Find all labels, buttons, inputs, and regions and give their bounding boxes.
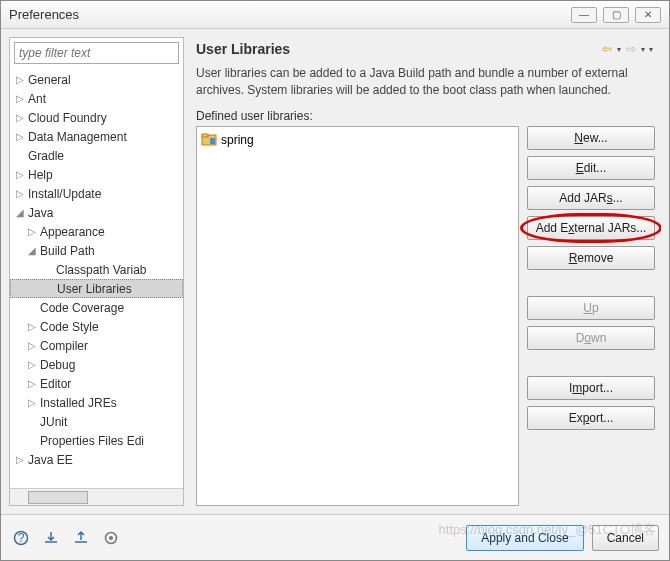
tree-item[interactable]: ▷Editor — [10, 374, 183, 393]
tree-item-label: Data Management — [28, 130, 127, 144]
back-menu-icon[interactable]: ▾ — [617, 45, 621, 54]
remove-button[interactable]: RemoveRemove — [527, 246, 655, 270]
tree-arrow-icon: ◢ — [16, 207, 28, 218]
tree-arrow-icon: ▷ — [16, 74, 28, 85]
down-button: DownDown — [527, 326, 655, 350]
library-item[interactable]: spring — [201, 131, 514, 149]
tree-arrow-icon: ▷ — [16, 188, 28, 199]
tree-item-label: Debug — [40, 358, 75, 372]
filter-container — [14, 42, 179, 64]
svg-point-6 — [109, 536, 113, 540]
page-header: User Libraries ⇦ ▾ ⇨ ▾ ▾ — [190, 37, 661, 65]
tree-item-label: Help — [28, 168, 53, 182]
tree-item[interactable]: ▷Ant — [10, 89, 183, 108]
svg-rect-2 — [210, 138, 215, 144]
forward-icon[interactable]: ⇨ — [623, 41, 639, 57]
tree-item-label: Code Coverage — [40, 301, 124, 315]
library-icon — [201, 133, 217, 147]
tree-item-label: JUnit — [40, 415, 67, 429]
horizontal-scrollbar[interactable] — [10, 488, 183, 505]
mid-row: spring NNew...ew... Edit...Edit... Add J… — [190, 126, 661, 506]
tree-item-label: Cloud Foundry — [28, 111, 107, 125]
main-panel: User Libraries ⇦ ▾ ⇨ ▾ ▾ User libraries … — [190, 37, 661, 506]
tree-arrow-icon: ▷ — [16, 112, 28, 123]
tree-arrow-icon: ▷ — [28, 359, 40, 370]
tree-item[interactable]: Gradle — [10, 146, 183, 165]
tree-item[interactable]: JUnit — [10, 412, 183, 431]
tree-item-label: Editor — [40, 377, 71, 391]
back-icon[interactable]: ⇦ — [599, 41, 615, 57]
tree-item[interactable]: Code Coverage — [10, 298, 183, 317]
tree-arrow-icon: ▷ — [28, 226, 40, 237]
tree-item-label: Install/Update — [28, 187, 101, 201]
oomph-icon[interactable] — [101, 528, 121, 548]
library-name: spring — [221, 133, 254, 147]
window-title: Preferences — [9, 7, 571, 22]
window-buttons: — ▢ ✕ — [571, 7, 661, 23]
minimize-button[interactable]: — — [571, 7, 597, 23]
tree-item[interactable]: ▷Appearance — [10, 222, 183, 241]
tree-item-label: Gradle — [28, 149, 64, 163]
tree-item-label: Properties Files Edi — [40, 434, 144, 448]
help-icon[interactable]: ? — [11, 528, 31, 548]
cancel-button[interactable]: Cancel — [592, 525, 659, 551]
sidebar: ▷General▷Ant▷Cloud Foundry▷Data Manageme… — [9, 37, 184, 506]
button-column: NNew...ew... Edit...Edit... Add JARs...A… — [527, 126, 655, 506]
tree-item[interactable]: ▷Java EE — [10, 450, 183, 469]
forward-menu-icon[interactable]: ▾ — [641, 45, 645, 54]
tree-item[interactable]: ▷General — [10, 70, 183, 89]
tree-item-label: Ant — [28, 92, 46, 106]
tree-item-label: Java — [28, 206, 53, 220]
edit-button[interactable]: Edit...Edit... — [527, 156, 655, 180]
preferences-tree[interactable]: ▷General▷Ant▷Cloud Foundry▷Data Manageme… — [10, 68, 183, 488]
tree-item[interactable]: ▷Help — [10, 165, 183, 184]
import-prefs-icon[interactable] — [41, 528, 61, 548]
tree-arrow-icon: ▷ — [16, 169, 28, 180]
tree-item[interactable]: ▷Debug — [10, 355, 183, 374]
tree-item-label: Classpath Variab — [56, 263, 147, 277]
tree-item-label: Code Style — [40, 320, 99, 334]
tree-item-label: Compiler — [40, 339, 88, 353]
tree-item-label: Java EE — [28, 453, 73, 467]
svg-text:?: ? — [18, 531, 25, 545]
tree-item[interactable]: Properties Files Edi — [10, 431, 183, 450]
import-button[interactable]: Import...Import... — [527, 376, 655, 400]
maximize-button[interactable]: ▢ — [603, 7, 629, 23]
footer-toolbar: ? — [11, 528, 458, 548]
tree-item[interactable]: ▷Cloud Foundry — [10, 108, 183, 127]
new-button[interactable]: NNew...ew... — [527, 126, 655, 150]
svg-rect-1 — [202, 134, 208, 137]
tree-arrow-icon: ▷ — [28, 378, 40, 389]
tree-item-label: General — [28, 73, 71, 87]
content-area: ▷General▷Ant▷Cloud Foundry▷Data Manageme… — [1, 29, 669, 514]
page-title: User Libraries — [196, 41, 599, 57]
view-menu-icon[interactable]: ▾ — [649, 45, 653, 54]
tree-arrow-icon: ▷ — [16, 131, 28, 142]
titlebar: Preferences — ▢ ✕ — [1, 1, 669, 29]
tree-item-label: Appearance — [40, 225, 105, 239]
page-description: User libraries can be added to a Java Bu… — [190, 65, 661, 109]
export-button[interactable]: Export...Export... — [527, 406, 655, 430]
apply-and-close-button[interactable]: Apply and Close — [466, 525, 583, 551]
tree-item[interactable]: ◢Build Path — [10, 241, 183, 260]
export-prefs-icon[interactable] — [71, 528, 91, 548]
tree-item[interactable]: ▷Install/Update — [10, 184, 183, 203]
tree-item[interactable]: Classpath Variab — [10, 260, 183, 279]
tree-item-label: Installed JREs — [40, 396, 117, 410]
tree-item[interactable]: ▷Compiler — [10, 336, 183, 355]
add-jars-button[interactable]: Add JARs...Add JARs... — [527, 186, 655, 210]
tree-item[interactable]: ▷Code Style — [10, 317, 183, 336]
tree-item-label: Build Path — [40, 244, 95, 258]
add-external-jars-button[interactable]: Add External JARs...Add External JARs... — [527, 216, 655, 240]
tree-item[interactable]: ▷Data Management — [10, 127, 183, 146]
tree-item[interactable]: ◢Java — [10, 203, 183, 222]
user-libraries-list[interactable]: spring — [196, 126, 519, 506]
tree-item[interactable]: ▷Installed JREs — [10, 393, 183, 412]
tree-item[interactable]: User Libraries — [10, 279, 183, 298]
close-button[interactable]: ✕ — [635, 7, 661, 23]
tree-arrow-icon: ▷ — [28, 340, 40, 351]
tree-arrow-icon: ▷ — [28, 397, 40, 408]
filter-input[interactable] — [14, 42, 179, 64]
tree-arrow-icon: ◢ — [28, 245, 40, 256]
defined-libraries-label: Defined user libraries: — [190, 109, 661, 126]
